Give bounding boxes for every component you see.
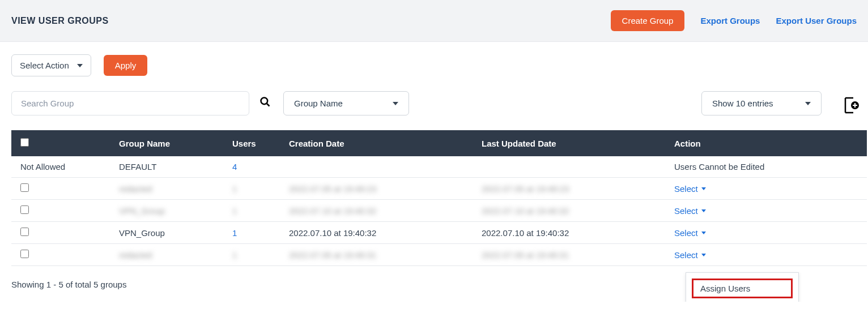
group-name-filter-label: Group Name <box>294 98 343 108</box>
add-column-icon[interactable] <box>841 96 857 112</box>
cell-created: 2022.07.10 at 19:40:32 <box>283 200 476 222</box>
col-header-updated: Last Updated Date <box>476 130 669 156</box>
users-count-link[interactable]: 1 <box>232 206 237 216</box>
chevron-down-icon <box>77 64 83 67</box>
search-wrap <box>11 91 271 115</box>
cell-group-name: redacted <box>113 244 227 266</box>
col-header-created: Creation Date <box>283 130 476 156</box>
row-action-select[interactable]: Select <box>674 228 706 238</box>
table-header: Group Name Users Creation Date Last Upda… <box>11 130 867 156</box>
chevron-down-icon <box>805 102 811 105</box>
users-count-link[interactable]: 1 <box>232 228 237 238</box>
table-row: VPN_Group12022.07.10 at 19:40:322022.07.… <box>11 222 867 244</box>
row-checkbox[interactable] <box>20 183 29 192</box>
right-controls: Show 10 entries <box>701 91 857 115</box>
entries-label: Show 10 entries <box>712 98 773 108</box>
cell-created: 2022.07.05 at 19:49:31 <box>283 244 476 266</box>
table-body: Not AllowedDEFAULT4Users Cannot be Edite… <box>11 156 867 266</box>
table-row: redacted12022.07.05 at 19:49:232022.07.0… <box>11 178 867 200</box>
cell-updated: 2022.07.10 at 19:40:32 <box>476 222 669 244</box>
group-name-filter-select[interactable]: Group Name <box>283 91 409 115</box>
export-groups-link[interactable]: Export Groups <box>700 16 760 25</box>
cell-created: 2022.07.10 at 19:40:32 <box>283 222 476 244</box>
caret-down-icon <box>701 187 706 190</box>
col-header-name: Group Name <box>113 130 227 156</box>
page-title: VIEW USER GROUPS <box>11 16 109 26</box>
select-all-checkbox[interactable] <box>20 138 29 147</box>
create-group-button[interactable]: Create Group <box>611 10 685 31</box>
cell-group-name: VPN_Group <box>113 200 227 222</box>
table-row: VPN_Group12022.07.10 at 19:40:322022.07.… <box>11 200 867 222</box>
cell-group-name: VPN_Group <box>113 222 227 244</box>
row-checkbox[interactable] <box>20 205 29 214</box>
search-input[interactable] <box>11 91 249 115</box>
cell-updated: 2022.07.05 at 19:49:31 <box>476 244 669 266</box>
content-area: Select Action Apply Group Name Show 10 e… <box>0 42 868 302</box>
menu-item-edit[interactable]: Edit <box>686 301 798 302</box>
row-action-select[interactable]: Select <box>674 250 706 260</box>
select-action-label: Select Action <box>20 61 69 70</box>
highlighted-menu-item: Assign Users <box>692 279 793 298</box>
search-icon[interactable] <box>259 96 271 110</box>
bulk-action-row: Select Action Apply <box>11 54 857 76</box>
row-action-select[interactable]: Select <box>674 184 706 194</box>
users-count-link[interactable]: 4 <box>232 162 237 172</box>
caret-down-icon <box>701 254 706 256</box>
cell-updated <box>476 156 669 178</box>
cell-created <box>283 156 476 178</box>
menu-item-assign-users[interactable]: Assign Users <box>700 282 784 294</box>
cell-updated: 2022.07.05 at 19:49:23 <box>476 178 669 200</box>
row-checkbox[interactable] <box>20 250 29 258</box>
col-header-action: Action <box>669 130 867 156</box>
cell-updated: 2022.07.10 at 19:40:32 <box>476 200 669 222</box>
row-checkbox[interactable] <box>20 228 29 236</box>
cell-group-name: redacted <box>113 178 227 200</box>
svg-line-1 <box>267 104 270 106</box>
apply-button[interactable]: Apply <box>104 55 148 76</box>
chevron-down-icon <box>393 102 398 105</box>
top-bar: VIEW USER GROUPS Create Group Export Gro… <box>0 0 868 42</box>
row-action-select[interactable]: Select <box>674 206 706 216</box>
action-dropdown-menu: Assign Users Edit Delete Download Member… <box>686 272 799 302</box>
export-user-groups-link[interactable]: Export User Groups <box>776 16 857 25</box>
entries-select[interactable]: Show 10 entries <box>701 91 822 115</box>
table-row: redacted12022.07.05 at 19:49:312022.07.0… <box>11 244 867 266</box>
row-action-text: Users Cannot be Edited <box>669 156 867 178</box>
users-count-link[interactable]: 1 <box>232 184 237 194</box>
users-count-link[interactable]: 1 <box>232 250 237 260</box>
svg-point-0 <box>261 98 268 105</box>
table-row: Not AllowedDEFAULT4Users Cannot be Edite… <box>11 156 867 178</box>
select-action-dropdown[interactable]: Select Action <box>11 54 91 76</box>
row-check-label: Not Allowed <box>11 156 113 178</box>
col-header-users: Users <box>227 130 283 156</box>
filter-row: Group Name Show 10 entries <box>11 91 857 115</box>
groups-table: Group Name Users Creation Date Last Upda… <box>11 130 867 266</box>
top-bar-actions: Create Group Export Groups Export User G… <box>611 10 857 31</box>
cell-created: 2022.07.05 at 19:49:23 <box>283 178 476 200</box>
caret-down-icon <box>701 232 706 234</box>
cell-group-name: DEFAULT <box>113 156 227 178</box>
caret-down-icon <box>701 209 706 212</box>
